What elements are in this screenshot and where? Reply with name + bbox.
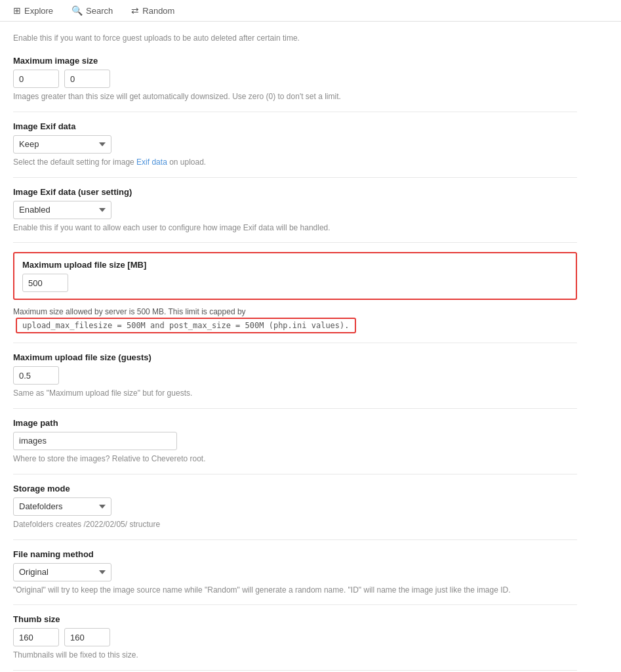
file-naming-method-select[interactable]: Original xyxy=(13,563,111,581)
max-image-size-width-input[interactable] xyxy=(13,70,59,88)
desc-file-naming-method: "Original" will try to keep the image so… xyxy=(13,585,577,596)
search-icon: 🔍 xyxy=(71,5,83,16)
desc-max-upload-file-size-guests: Same as "Maximum upload file size" but f… xyxy=(13,388,577,399)
desc-upload-plain: Maximum size allowed by server is 500 MB… xyxy=(13,306,246,318)
setting-thumb-size: Thumb size Thumbnails will be fixed to t… xyxy=(13,605,577,671)
thumb-size-inputs xyxy=(13,628,577,646)
exif-data-link[interactable]: Exif data xyxy=(136,158,167,167)
nav-search[interactable]: 🔍 Search xyxy=(69,4,115,17)
label-storage-mode: Storage mode xyxy=(13,484,577,494)
top-navigation: ⊞ Explore 🔍 Search ⇄ Random xyxy=(0,0,621,22)
label-max-upload-file-size-guests: Maximum upload file size (guests) xyxy=(13,352,577,362)
max-upload-file-size-guests-input[interactable] xyxy=(13,366,59,385)
nav-explore-label: Explore xyxy=(24,6,53,16)
label-image-path: Image path xyxy=(13,418,577,428)
setting-max-upload-file-size: Maximum upload file size [MB] Maximum si… xyxy=(13,243,577,343)
thumb-width-input[interactable] xyxy=(13,628,59,646)
image-exif-data-select[interactable]: Keep xyxy=(13,135,111,154)
setting-max-image-size: Maximum image size Images greater than t… xyxy=(13,47,577,112)
thumb-height-input[interactable] xyxy=(64,628,110,646)
nav-random-label: Random xyxy=(142,6,174,16)
label-image-exif-data-user: Image Exif data (user setting) xyxy=(13,187,577,197)
image-exif-data-user-select[interactable]: Enabled xyxy=(13,201,111,219)
desc-thumb-size: Thumbnails will be fixed to this size. xyxy=(13,650,577,661)
top-note: Enable this if you want to force guest u… xyxy=(13,28,577,47)
label-max-image-size: Maximum image size xyxy=(13,56,577,66)
setting-storage-mode: Storage mode Datefolders Datefolders cre… xyxy=(13,474,577,540)
nav-search-label: Search xyxy=(86,6,113,16)
setting-image-exif-data: Image Exif data Keep Select the default … xyxy=(13,112,577,178)
setting-image-path: Image path Where to store the images? Re… xyxy=(13,409,577,474)
max-upload-file-size-highlight: Maximum upload file size [MB] xyxy=(13,252,577,300)
max-image-size-inputs xyxy=(13,70,577,88)
nav-random[interactable]: ⇄ Random xyxy=(129,4,177,17)
label-file-naming-method: File naming method xyxy=(13,549,577,559)
setting-max-upload-file-size-guests: Maximum upload file size (guests) Same a… xyxy=(13,343,577,409)
main-content: Enable this if you want to force guest u… xyxy=(0,22,590,672)
image-path-input[interactable] xyxy=(13,432,177,450)
storage-mode-select[interactable]: Datefolders xyxy=(13,497,111,516)
label-image-exif-data: Image Exif data xyxy=(13,121,577,131)
setting-file-naming-method: File naming method Original "Original" w… xyxy=(13,540,577,606)
desc-storage-mode: Datefolders creates /2022/02/05/ structu… xyxy=(13,519,577,530)
desc-max-image-size: Images greater than this size will get a… xyxy=(13,91,577,102)
desc-image-exif-data: Select the default setting for image Exi… xyxy=(13,157,577,168)
server-info-code: upload_max_filesize = 500M and post_max_… xyxy=(16,318,356,333)
desc-image-path: Where to store the images? Relative to C… xyxy=(13,453,577,465)
nav-explore[interactable]: ⊞ Explore xyxy=(10,4,56,17)
max-upload-file-size-input[interactable] xyxy=(22,274,68,292)
max-image-size-height-input[interactable] xyxy=(64,70,110,88)
label-thumb-size: Thumb size xyxy=(13,614,577,624)
explore-icon: ⊞ xyxy=(13,5,21,16)
desc-image-exif-data-user: Enable this if you want to allow each us… xyxy=(13,222,577,234)
label-max-upload-file-size: Maximum upload file size [MB] xyxy=(22,260,568,270)
setting-image-exif-data-user: Image Exif data (user setting) Enabled E… xyxy=(13,178,577,243)
desc-max-upload-file-size: Maximum size allowed by server is 500 MB… xyxy=(13,303,577,333)
random-icon: ⇄ xyxy=(131,5,139,16)
